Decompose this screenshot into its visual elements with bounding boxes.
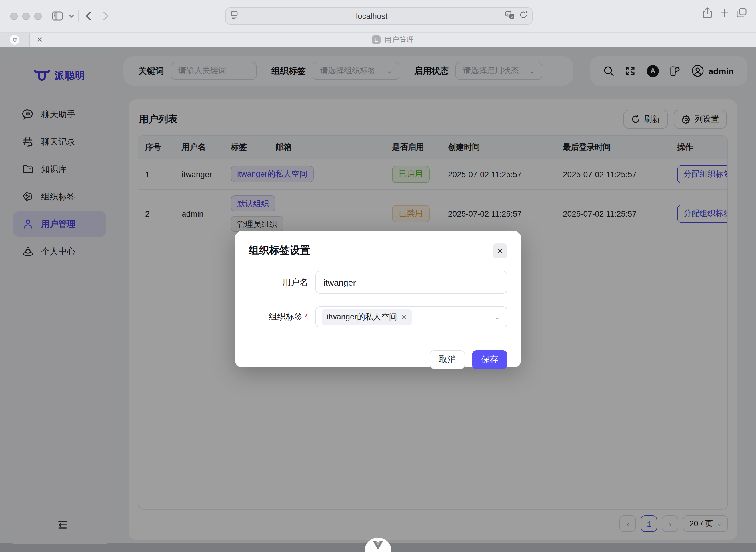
back-button[interactable] <box>80 7 97 25</box>
selected-tag-chip: itwanger的私人空间 ✕ <box>322 309 412 325</box>
save-button[interactable]: 保存 <box>472 350 507 369</box>
svg-text:A: A <box>507 11 510 16</box>
username-form-row: 用户名 itwanger <box>249 271 507 294</box>
org-tag-multiselect[interactable]: itwanger的私人空间 ✕ ⌄ <box>315 306 507 327</box>
selected-tag-text: itwanger的私人空间 <box>327 312 397 322</box>
username-field-value: itwanger <box>323 277 356 287</box>
sidebar-toggle-icon[interactable] <box>48 7 66 25</box>
reload-icon[interactable] <box>519 11 527 21</box>
translate-icon[interactable]: A文 <box>505 11 515 21</box>
toolbar-right-actions <box>703 7 747 21</box>
address-bar[interactable]: localhost A文 <box>225 7 533 25</box>
browser-window: localhost A文 <box>0 0 756 552</box>
tab-title-wrap: L 用户管理 <box>30 34 756 45</box>
active-tab[interactable]: ✕ L 用户管理 <box>30 32 756 47</box>
tab-overview-icon[interactable] <box>737 8 747 20</box>
dialog-header: 组织标签设置 ✕ <box>249 244 507 258</box>
cancel-button[interactable]: 取消 <box>430 350 465 369</box>
tab-favicon: L <box>372 35 380 44</box>
screenshot-stage: localhost A文 <box>0 0 756 552</box>
window-controls[interactable] <box>10 12 42 20</box>
dialog-footer: 取消 保存 <box>249 350 507 369</box>
org-tag-settings-dialog: 组织标签设置 ✕ 用户名 itwanger 组织标签* itwanger的私人空… <box>235 231 521 368</box>
username-field-label: 用户名 <box>249 277 308 288</box>
svg-text:文: 文 <box>510 14 514 18</box>
zoom-window-button[interactable] <box>34 12 42 20</box>
dialog-close-button[interactable]: ✕ <box>492 244 507 258</box>
dialog-title: 组织标签设置 <box>249 244 310 257</box>
browser-chrome: localhost A文 <box>0 0 756 47</box>
browser-toolbar: localhost A文 <box>0 0 756 32</box>
vue-logo-icon <box>372 541 384 550</box>
toolbar-divider <box>78 10 79 22</box>
share-icon[interactable] <box>703 7 712 21</box>
pinned-tab[interactable] <box>0 32 30 47</box>
tab-title: 用户管理 <box>384 34 414 45</box>
username-field[interactable]: itwanger <box>315 271 507 294</box>
required-asterisk: * <box>305 311 308 321</box>
tab-bar: ✕ L 用户管理 <box>0 32 756 47</box>
close-window-button[interactable] <box>10 12 18 20</box>
minimize-window-button[interactable] <box>22 12 30 20</box>
org-tag-form-row: 组织标签* itwanger的私人空间 ✕ ⌄ <box>249 306 507 327</box>
url-text[interactable]: localhost <box>238 11 505 21</box>
remove-tag-icon[interactable]: ✕ <box>401 313 407 320</box>
org-tag-field-label: 组织标签* <box>249 311 308 322</box>
chevron-down-icon: ⌄ <box>494 313 500 321</box>
sidebar-dropdown-chevron-icon[interactable] <box>66 7 77 25</box>
pinned-tab-favicon <box>10 35 19 44</box>
reader-view-icon[interactable] <box>230 11 238 21</box>
new-tab-icon[interactable] <box>720 9 729 19</box>
forward-button[interactable] <box>97 7 114 25</box>
page-viewport: 派聪明 聊天助手 聊天记录 知识库 组织标签 用户管理 <box>0 47 756 552</box>
